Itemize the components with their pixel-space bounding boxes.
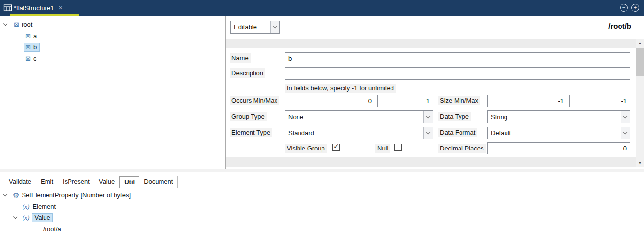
decimal-places-input[interactable] — [487, 142, 630, 154]
tree-item-label: Value — [32, 214, 52, 222]
data-format-value: Default — [488, 129, 621, 137]
data-format-label: Data Format — [438, 128, 477, 137]
window-controls: − + — [620, 4, 639, 12]
size-minmax-label: Size Min/Max — [438, 96, 480, 105]
tree-item-b[interactable]: ⊠ b — [0, 42, 225, 53]
properties-panel: Editable /root/b Name Description In fie… — [226, 16, 644, 169]
scrollbar[interactable]: ▲ ▼ — [636, 39, 644, 167]
editable-dropdown[interactable]: Editable — [230, 21, 280, 34]
tab-ispresent[interactable]: IsPresent — [58, 176, 94, 188]
occurs-max-input[interactable] — [377, 95, 433, 107]
tree-item-label: root — [22, 21, 32, 28]
bottom-panel: Validate Emit IsPresent Value Util Docum… — [0, 172, 644, 236]
element-icon: ⊠ — [14, 21, 19, 28]
element-type-select[interactable]: Standard — [285, 127, 433, 139]
element-type-value: Standard — [285, 129, 423, 137]
chevron-down-icon[interactable] — [4, 24, 13, 25]
plus-circle-button[interactable]: + — [631, 4, 639, 12]
tab-emit[interactable]: Emit — [36, 176, 58, 188]
chevron-down-icon[interactable] — [4, 194, 13, 196]
chevron-down-icon[interactable] — [621, 111, 630, 123]
name-input[interactable] — [285, 52, 630, 64]
null-checkbox[interactable] — [394, 144, 402, 151]
selected-node-path: /root/b — [608, 22, 631, 30]
chevron-down-icon[interactable] — [423, 111, 433, 123]
data-type-select[interactable]: String — [487, 110, 630, 123]
tab-document[interactable]: Document — [139, 176, 178, 188]
tree-item-label: /root/a — [43, 225, 61, 233]
decimal-places-label: Decimal Places — [438, 144, 486, 153]
structure-tree-panel: ⊠ root ⊠ a ⊠ b ⊠ c — [0, 16, 226, 169]
occurs-minmax-label: Occurs Min/Max — [230, 96, 279, 105]
group-strip-bottom — [226, 157, 636, 167]
tab-title: *flatStructure1 — [14, 4, 54, 12]
minus-circle-button[interactable]: − — [620, 4, 628, 12]
size-max-input[interactable] — [569, 95, 630, 107]
name-label: Name — [230, 53, 251, 63]
editable-dropdown-value: Editable — [231, 23, 270, 31]
group-type-value: None — [285, 113, 423, 121]
element-icon: ⊠ — [25, 55, 31, 62]
description-input[interactable] — [285, 67, 630, 80]
group-strip-top — [226, 39, 636, 48]
tree-item-label: a — [33, 32, 37, 40]
description-label: Description — [230, 68, 265, 78]
element-icon: ⊠ — [25, 33, 31, 39]
scroll-down-icon[interactable]: ▼ — [636, 159, 644, 167]
tab-util[interactable]: Util — [119, 176, 139, 188]
scroll-thumb[interactable] — [636, 48, 644, 76]
null-label: Null — [375, 144, 390, 153]
tree-item-root[interactable]: ⊠ root — [0, 19, 225, 30]
tree-item-root-a[interactable]: /root/a — [0, 223, 644, 235]
element-type-label: Element Type — [230, 128, 272, 137]
gear-icon: ⚙ — [13, 192, 19, 199]
scroll-up-icon[interactable]: ▲ — [636, 39, 644, 47]
data-type-value: String — [488, 113, 621, 121]
application-window: *flatStructure1 × − + ⊠ root ⊠ a — [0, 0, 644, 236]
app-icon — [3, 3, 12, 12]
tree-item-label: Element — [32, 203, 56, 210]
horizontal-splitter[interactable] — [0, 169, 644, 172]
fx-icon: (x) — [23, 203, 29, 211]
tree-item-setelementproperty[interactable]: ⚙ SetElementProperty [Number of bytes] — [0, 190, 644, 201]
tab-value[interactable]: Value — [94, 176, 119, 188]
fx-icon: (x) — [23, 214, 29, 222]
visible-group-checkbox[interactable] — [332, 144, 340, 151]
close-icon[interactable]: × — [58, 4, 62, 11]
element-icon: ⊠ — [25, 44, 31, 50]
occurs-min-input[interactable] — [285, 95, 375, 107]
visible-group-label: Visible Group — [285, 144, 327, 153]
tree-item-a[interactable]: ⊠ a — [0, 30, 225, 42]
group-type-select[interactable]: None — [285, 110, 433, 123]
info-note: In fields below, specify -1 for unlimite… — [285, 84, 396, 93]
data-format-select[interactable]: Default — [487, 127, 630, 139]
tree-item-label: c — [33, 55, 37, 62]
tree-item-element[interactable]: (x) Element — [0, 201, 644, 212]
tree-item-label: b — [33, 43, 37, 51]
chevron-down-icon[interactable] — [270, 21, 279, 33]
tree-item-c[interactable]: ⊠ c — [0, 53, 225, 64]
tree-item-label: SetElementProperty [Number of bytes] — [22, 192, 131, 199]
size-min-input[interactable] — [487, 95, 567, 107]
group-type-label: Group Type — [230, 112, 267, 121]
tab-validate[interactable]: Validate — [4, 176, 36, 188]
data-type-label: Data Type — [438, 112, 471, 121]
util-tree: ⚙ SetElementProperty [Number of bytes] (… — [0, 190, 644, 235]
chevron-down-icon[interactable] — [14, 217, 23, 218]
tree-item-value[interactable]: (x) Value — [0, 212, 644, 223]
bottom-tab-bar: Validate Emit IsPresent Value Util Docum… — [4, 176, 178, 188]
chevron-down-icon[interactable] — [621, 127, 630, 139]
chevron-down-icon[interactable] — [423, 127, 433, 139]
titlebar: *flatStructure1 × − + — [0, 0, 644, 16]
